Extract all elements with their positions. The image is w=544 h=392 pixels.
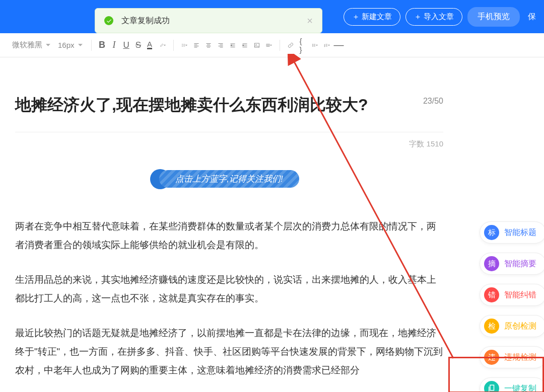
article-title[interactable]: 地摊经济火了,现在摆地摊卖什么东西利润比较大? bbox=[15, 93, 408, 117]
title-tag-icon: 标 bbox=[484, 225, 499, 240]
banner-block: 点击上方蓝字,记得关注我们! bbox=[15, 170, 443, 188]
image-icon[interactable] bbox=[251, 40, 262, 51]
save-button[interactable]: 保 bbox=[525, 7, 539, 27]
paragraph[interactable]: 最近比较热门的话题无疑就是地摊经济了，以前摆地摊一直都是卡在法律的边缘，而现在，… bbox=[15, 324, 443, 379]
align-left-icon[interactable] bbox=[191, 40, 202, 51]
horizontal-rule-icon[interactable]: — bbox=[333, 40, 345, 51]
correct-tag-icon: 错 bbox=[484, 287, 499, 302]
smart-correct-button[interactable]: 错智能纠错 bbox=[480, 284, 544, 306]
indent-decrease-icon[interactable] bbox=[227, 40, 238, 51]
svg-point-5 bbox=[312, 46, 313, 46]
new-article-button[interactable]: ＋新建文章 bbox=[344, 8, 400, 26]
summary-tag-icon: 摘 bbox=[484, 256, 499, 271]
align-center-icon[interactable] bbox=[203, 40, 214, 51]
paragraph[interactable]: 两者在竞争中相互替代意味着，在某些消费群体的数量或者某个层次的消费力总体有限的情… bbox=[15, 217, 443, 254]
editor-toolbar: 微软雅黑 16px B I U S A { } 123 — bbox=[0, 33, 544, 57]
smart-summary-button[interactable]: 摘智能摘要 bbox=[480, 253, 544, 275]
indent-increase-icon[interactable] bbox=[239, 40, 250, 51]
plus-icon: ＋ bbox=[352, 12, 360, 22]
line-height-icon[interactable] bbox=[179, 40, 190, 51]
bold-icon[interactable]: B bbox=[97, 40, 108, 51]
font-family-select[interactable]: 微软雅黑 bbox=[9, 40, 54, 50]
success-icon bbox=[104, 16, 113, 25]
link-icon[interactable] bbox=[285, 40, 296, 51]
table-icon[interactable] bbox=[263, 40, 275, 51]
close-icon[interactable]: × bbox=[307, 15, 313, 27]
svg-text:3: 3 bbox=[324, 46, 325, 47]
ordered-list-icon[interactable]: 123 bbox=[321, 40, 332, 51]
svg-point-3 bbox=[312, 44, 313, 44]
italic-icon[interactable]: I bbox=[109, 40, 120, 51]
original-check-button[interactable]: 检原创检测 bbox=[480, 315, 544, 337]
paragraph[interactable]: 生活用品总的来说，其实地摊经济赚钱的速度还是比较快的，说实话，出来摆地摊的人，收… bbox=[15, 270, 443, 307]
underline-icon[interactable]: U bbox=[121, 40, 132, 51]
toast-message: 文章复制成功 bbox=[121, 16, 170, 26]
svg-point-1 bbox=[255, 44, 256, 45]
mobile-preview-button[interactable]: 手机预览 bbox=[467, 7, 520, 27]
plus-icon: ＋ bbox=[414, 12, 422, 22]
title-divider bbox=[15, 132, 443, 132]
check-tag-icon: 检 bbox=[484, 319, 499, 334]
highlight-icon[interactable] bbox=[157, 40, 168, 51]
code-icon[interactable]: { } bbox=[297, 40, 308, 51]
import-article-button[interactable]: ＋导入文章 bbox=[405, 8, 462, 26]
strikethrough-icon[interactable]: S bbox=[133, 40, 144, 51]
word-count: 字数 1510 bbox=[15, 139, 443, 149]
smart-title-button[interactable]: 标智能标题 bbox=[480, 221, 544, 244]
banner-text: 点击上方蓝字,记得关注我们! bbox=[159, 170, 299, 188]
unordered-list-icon[interactable] bbox=[309, 40, 320, 51]
success-toast: 文章复制成功 × bbox=[95, 8, 322, 33]
svg-point-4 bbox=[312, 45, 313, 45]
title-char-count: 23/50 bbox=[423, 93, 443, 106]
font-color-icon[interactable]: A bbox=[145, 40, 156, 51]
font-size-select[interactable]: 16px bbox=[55, 41, 86, 49]
annotation-highlight-box bbox=[448, 357, 544, 392]
align-right-icon[interactable] bbox=[215, 40, 226, 51]
editor-canvas[interactable]: 地摊经济火了,现在摆地摊卖什么东西利润比较大? 23/50 字数 1510 点击… bbox=[0, 57, 544, 379]
